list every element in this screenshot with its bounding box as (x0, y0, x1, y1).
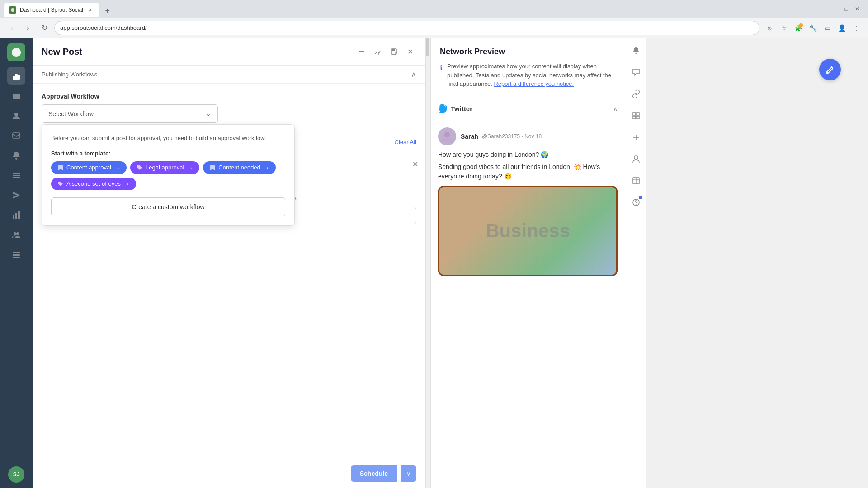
expand-panel-btn[interactable] (371, 45, 384, 58)
back-btn[interactable]: ‹ (5, 22, 18, 34)
svg-rect-26 (637, 113, 639, 115)
user-edge-icon[interactable] (629, 152, 643, 166)
twitter-header: Twitter ∧ (431, 98, 625, 120)
publishing-workflows-section: Publishing Workflows ∧ (33, 66, 425, 84)
chevron-down-icon: ⌄ (205, 109, 211, 118)
close-window-btn[interactable]: ✕ (854, 5, 861, 13)
sidebar-item-users[interactable] (7, 226, 25, 244)
info-icon: ℹ (440, 63, 443, 89)
svg-point-6 (15, 158, 17, 160)
scroll-thumb[interactable] (426, 38, 429, 56)
template-chips: Content approval → Legal approval → Cont… (51, 161, 285, 190)
svg-rect-10 (13, 215, 14, 219)
clear-all-btn[interactable]: Clear All (395, 139, 416, 145)
sidebar-item-notifications[interactable] (7, 146, 25, 164)
address-bar[interactable]: app.sproutsocial.com/dashboard/ (54, 21, 760, 35)
new-post-panel: New Post ✕ Publishing Wo (33, 38, 426, 488)
save-panel-btn[interactable] (387, 45, 400, 58)
chip-content-needed[interactable]: Content needed → (203, 161, 276, 174)
report-link[interactable]: Report a difference you notice. (494, 80, 574, 87)
svg-point-23 (444, 132, 450, 137)
svg-rect-20 (392, 49, 395, 51)
minimize-window-btn[interactable]: ─ (832, 5, 839, 13)
menu-icon[interactable]: ⋮ (850, 22, 863, 34)
chip-second-set-of-eyes[interactable]: A second set of eyes → (51, 178, 136, 190)
schedule-btn[interactable]: Schedule (351, 465, 397, 482)
twitter-section: Twitter ∧ Sarah @Sarah233175 (431, 98, 625, 488)
tags-dismiss-btn[interactable]: ✕ (412, 160, 418, 169)
forward-btn[interactable]: › (22, 22, 34, 34)
add-edge-icon[interactable] (629, 130, 643, 145)
sidebar-item-folder[interactable] (7, 87, 25, 105)
select-workflow-dropdown[interactable]: Select Workflow ⌄ (42, 104, 218, 123)
sidebar-item-send[interactable] (7, 186, 25, 204)
link-edge-icon[interactable] (629, 87, 643, 101)
scroll-track (426, 38, 430, 488)
tweet-user-info: Sarah @Sarah233175 · Nov 18 (461, 133, 542, 140)
sprout-social-logo[interactable] (7, 43, 25, 61)
tab-close-btn[interactable]: ✕ (87, 6, 94, 14)
tag-icon-2 (57, 181, 64, 187)
extensions-icon[interactable]: 🧩 (792, 22, 805, 34)
svg-rect-16 (13, 254, 20, 256)
sidebar-item-analytics[interactable] (7, 206, 25, 224)
minimize-panel-btn[interactable] (355, 45, 368, 58)
sidebar-item-home[interactable] (7, 67, 25, 85)
url-text: app.sproutsocial.com/dashboard/ (60, 24, 147, 31)
preview-info-text: Preview approximates how your content wi… (447, 62, 616, 89)
svg-rect-28 (637, 116, 639, 119)
sidebar-item-settings[interactable] (7, 246, 25, 264)
tweet-handle: @Sarah233175 · Nov 18 (482, 133, 542, 140)
question-edge-icon[interactable] (629, 195, 643, 210)
svg-rect-12 (18, 211, 20, 219)
table-edge-icon[interactable] (629, 174, 643, 188)
collapse-workflows-btn[interactable]: ∧ (411, 70, 416, 79)
tweet-image: Business (438, 186, 618, 276)
refresh-btn[interactable]: ↻ (38, 22, 51, 34)
browser-tab[interactable]: Dashboard | Sprout Social ✕ (4, 3, 99, 17)
svg-rect-5 (13, 133, 20, 138)
new-tab-button[interactable]: + (101, 5, 114, 17)
comment-edge-icon[interactable] (629, 65, 643, 80)
right-edge-panel (625, 38, 646, 488)
schedule-dropdown-btn[interactable]: ∨ (401, 465, 416, 482)
svg-rect-11 (15, 213, 17, 219)
profile-icon[interactable]: 👤 (835, 22, 848, 34)
cast-icon[interactable]: ⎋ (763, 22, 776, 34)
chip-content-approval[interactable]: Content approval → (51, 161, 127, 174)
workflow-dropdown-popup: Before you can submit a post for approva… (42, 124, 295, 226)
tag-icon (137, 164, 143, 171)
close-panel-btn[interactable]: ✕ (404, 45, 416, 58)
notification-badge (799, 23, 803, 27)
preview-title: Network Preview (440, 47, 616, 56)
panel-body: Publishing Workflows ∧ Approval Workflow… (33, 66, 425, 459)
question-badge (639, 196, 642, 199)
twitter-collapse-btn[interactable]: ∧ (613, 105, 618, 113)
tab-title: Dashboard | Sprout Social (20, 7, 83, 13)
edit-fab-btn[interactable] (819, 59, 841, 80)
svg-rect-3 (17, 75, 20, 80)
sidebar-item-profile[interactable] (7, 107, 25, 125)
svg-rect-7 (13, 173, 20, 174)
bookmark-star-icon[interactable]: ☆ (778, 22, 790, 34)
user-avatar[interactable]: SJ (8, 466, 24, 483)
tweet-user: Sarah @Sarah233175 · Nov 18 (438, 127, 618, 145)
svg-point-13 (14, 232, 16, 235)
grid-edge-icon[interactable] (629, 108, 643, 123)
approval-workflow-section: Approval Workflow Select Workflow ⌄ Befo… (33, 84, 425, 132)
sidebar-item-inbox[interactable] (7, 127, 25, 145)
chip-legal-approval[interactable]: Legal approval → (130, 161, 199, 174)
maximize-window-btn[interactable]: □ (843, 5, 850, 13)
puzzle-icon[interactable]: 🔧 (807, 22, 819, 34)
select-workflow-placeholder: Select Workflow (48, 110, 94, 117)
svg-rect-8 (13, 175, 20, 176)
tweet-username: Sarah (461, 133, 478, 140)
panel-header: New Post ✕ (33, 38, 425, 66)
svg-rect-25 (633, 113, 636, 115)
sidebar-item-list[interactable] (7, 166, 25, 184)
twitter-title: Twitter (438, 104, 472, 113)
tweet-card: Sarah @Sarah233175 · Nov 18 How are you … (431, 120, 625, 283)
bell-edge-icon[interactable] (629, 43, 643, 58)
window-icon[interactable]: ▭ (821, 22, 834, 34)
create-custom-workflow-btn[interactable]: Create a custom workflow (51, 197, 285, 216)
